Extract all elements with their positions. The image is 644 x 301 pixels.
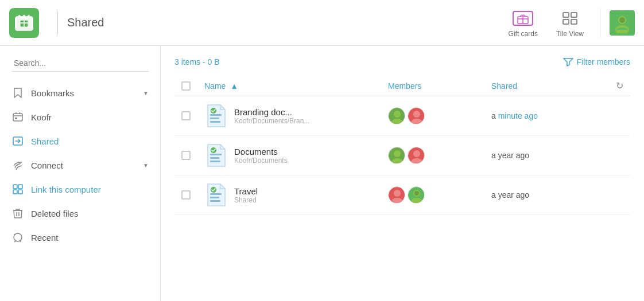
main-toolbar: 3 items - 0 B Filter members <box>174 57 630 67</box>
filter-members-button[interactable]: Filter members <box>563 57 630 67</box>
svg-rect-5 <box>571 13 577 17</box>
sidebar-item-link-computer[interactable]: Link this computer <box>0 177 160 201</box>
members-cell <box>388 107 478 124</box>
file-path: Koofr/Documents <box>234 157 288 165</box>
row-checkbox[interactable] <box>181 151 191 160</box>
member-avatar <box>388 147 405 164</box>
file-icon <box>204 182 227 208</box>
search-input[interactable] <box>11 55 149 72</box>
file-path: Shared <box>234 196 258 204</box>
file-table: Name ▲ Members Shared ↻ <box>174 76 630 215</box>
table-row: Documents Koofr/Documents <box>174 136 630 175</box>
svg-point-26 <box>394 111 401 118</box>
gift-cards-icon <box>513 11 533 26</box>
svg-rect-41 <box>210 193 222 195</box>
svg-rect-14 <box>15 118 17 119</box>
members-column-header: Members <box>381 76 484 96</box>
sidebar-item-bookmarks[interactable]: Bookmarks ▼ <box>0 81 160 105</box>
shared-time: a year ago <box>491 151 529 160</box>
members-cell <box>388 186 478 204</box>
file-path: Koofr/Documents/Bran... <box>234 117 309 125</box>
bookmarks-chevron: ▼ <box>143 90 149 96</box>
sidebar-item-koofr[interactable]: Koofr <box>0 105 160 129</box>
recent-icon <box>11 231 24 244</box>
row-checkbox[interactable] <box>181 190 191 200</box>
table-row: Travel Shared <box>174 175 630 215</box>
svg-rect-42 <box>210 197 219 198</box>
members-cell <box>388 147 478 164</box>
svg-rect-16 <box>13 185 17 189</box>
sidebar-item-koofr-label: Koofr <box>31 112 149 122</box>
connect-icon <box>11 159 24 171</box>
svg-rect-13 <box>13 114 22 121</box>
file-name: Branding doc... <box>234 107 309 117</box>
bookmarks-icon <box>11 87 24 99</box>
shared-column-header: Shared <box>484 76 609 96</box>
sidebar-item-recent-label: Recent <box>31 233 149 243</box>
svg-rect-6 <box>563 19 569 24</box>
svg-point-11 <box>619 17 625 23</box>
logo-icon <box>14 13 34 33</box>
svg-point-51 <box>414 191 419 196</box>
svg-point-39 <box>413 150 420 157</box>
file-name: Travel <box>234 186 258 196</box>
filter-icon <box>563 57 573 67</box>
sidebar-item-shared-label: Shared <box>31 136 149 146</box>
sidebar-item-connect-label: Connect <box>31 161 136 170</box>
app-header: Shared Gift cards <box>0 0 644 46</box>
table-row: Branding doc... Koofr/Documents/Bran... <box>174 96 630 136</box>
header-actions: Gift cards Tile View <box>502 5 635 41</box>
sidebar-item-connect[interactable]: Connect ▼ <box>0 153 160 177</box>
file-info: Travel Shared <box>204 182 374 208</box>
page-title: Shared <box>67 16 502 29</box>
svg-rect-43 <box>210 200 220 202</box>
deleted-icon <box>11 207 24 220</box>
link-computer-icon <box>11 183 24 196</box>
tile-view-label: Tile View <box>556 30 584 38</box>
svg-rect-22 <box>210 118 219 119</box>
svg-marker-12 <box>14 88 21 97</box>
tile-view-icon <box>562 12 577 25</box>
member-avatar <box>388 186 405 204</box>
sort-arrow: ▲ <box>230 81 238 91</box>
svg-rect-4 <box>563 13 569 17</box>
search-container <box>0 55 160 81</box>
member-avatar <box>408 186 425 204</box>
svg-point-29 <box>413 111 420 118</box>
file-name: Documents <box>234 147 288 157</box>
sidebar-item-link-computer-label: Link this computer <box>31 185 149 194</box>
svg-point-20 <box>14 233 22 241</box>
koofr-icon <box>11 111 24 123</box>
gift-cards-button[interactable]: Gift cards <box>502 5 545 41</box>
file-info: Branding doc... Koofr/Documents/Bran... <box>204 103 374 128</box>
main-content: 3 items - 0 B Filter members Name ▲ <box>161 46 644 301</box>
header-divider <box>57 11 58 34</box>
member-avatar <box>408 147 425 164</box>
sidebar-item-recent[interactable]: Recent <box>0 225 160 249</box>
name-column-header[interactable]: Name ▲ <box>197 76 381 96</box>
svg-rect-33 <box>210 161 220 162</box>
svg-rect-18 <box>13 190 17 194</box>
svg-point-46 <box>394 190 401 197</box>
sidebar: Bookmarks ▼ Koofr <box>0 46 161 301</box>
item-count: 3 items - 0 B <box>174 57 220 67</box>
sidebar-item-shared[interactable]: Shared <box>0 129 160 153</box>
shared-time: a minute ago <box>491 111 538 120</box>
refresh-button[interactable]: ↻ <box>616 80 623 91</box>
svg-rect-23 <box>210 121 220 123</box>
filter-label: Filter members <box>577 57 630 67</box>
svg-rect-7 <box>571 19 577 24</box>
svg-rect-32 <box>210 157 219 159</box>
main-layout: Bookmarks ▼ Koofr <box>0 46 644 301</box>
file-icon <box>204 143 227 168</box>
sidebar-item-deleted[interactable]: Deleted files <box>0 201 160 225</box>
row-checkbox[interactable] <box>181 111 191 120</box>
member-avatar <box>408 107 425 124</box>
header-separator <box>600 9 600 37</box>
shared-time: a year ago <box>491 190 529 200</box>
tile-view-button[interactable]: Tile View <box>549 5 591 41</box>
sidebar-item-bookmarks-label: Bookmarks <box>31 88 136 98</box>
gift-cards-label: Gift cards <box>509 30 538 38</box>
user-avatar[interactable] <box>610 10 635 36</box>
select-all-checkbox[interactable] <box>181 81 191 91</box>
